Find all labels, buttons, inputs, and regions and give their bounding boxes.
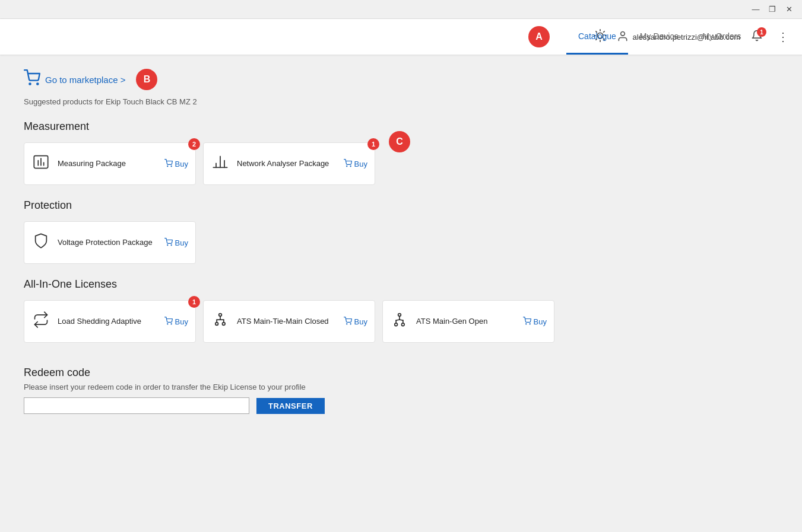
loop-icon	[31, 311, 50, 332]
header: A Catalogue My Device My Orders	[0, 19, 802, 55]
notification-badge: 1	[757, 27, 766, 37]
ats-main-tie-main-closed-card[interactable]: ATS Main-Tie-Main Closed Buy	[203, 300, 375, 343]
minimize-button[interactable]: —	[747, 1, 764, 18]
measuring-package-badge: 2	[188, 138, 200, 150]
load-shedding-buy-button[interactable]: Buy	[164, 317, 188, 327]
main-content: Go to marketplace > B Suggested products…	[0, 55, 802, 532]
redeem-section: Redeem code Please insert your redeem co…	[24, 367, 778, 414]
load-shedding-adaptive-label: Load Shedding Adaptive	[58, 317, 164, 327]
protection-heading: Protection	[24, 199, 778, 212]
svg-point-17	[171, 165, 172, 166]
load-shedding-buy-label: Buy	[175, 317, 188, 326]
measure-icon	[31, 154, 50, 174]
network-analyser-buy-button[interactable]: Buy	[344, 159, 367, 169]
marker-c: C	[389, 131, 410, 152]
cart-icon	[24, 69, 40, 90]
cart-small-icon	[164, 159, 173, 169]
ats-main-gen-buy-label: Buy	[534, 317, 547, 326]
transfer-button[interactable]: TRANSFER	[256, 398, 325, 414]
network-analyser-package-card[interactable]: 1 C Network Analyser Package Bu	[203, 142, 375, 185]
all-in-one-heading: All-In-One Licenses	[24, 278, 778, 291]
marketplace-link[interactable]: Go to marketplace >	[24, 69, 125, 90]
svg-point-16	[167, 165, 167, 166]
cart-small-icon-2	[344, 159, 352, 169]
voltage-protection-buy-button[interactable]: Buy	[164, 238, 188, 248]
more-options-button[interactable]: ⋮	[774, 27, 793, 46]
svg-line-43	[396, 320, 400, 320]
maximize-button[interactable]: ❐	[764, 1, 781, 18]
load-shedding-adaptive-card[interactable]: 1 Load Shedding Adaptive Buy	[24, 300, 196, 343]
ats-main-gen-buy-button[interactable]: Buy	[523, 317, 547, 327]
cart-small-icon-4	[164, 317, 173, 327]
svg-point-24	[167, 244, 167, 245]
network-analyser-badge: 1	[367, 138, 379, 150]
voltage-protection-buy-label: Buy	[175, 238, 188, 247]
more-icon: ⋮	[777, 30, 789, 44]
redeem-heading: Redeem code	[24, 367, 778, 379]
svg-point-23	[350, 165, 351, 166]
redeem-row: TRANSFER	[24, 397, 778, 414]
svg-point-11	[37, 83, 38, 84]
ats-main-gen-open-label: ATS Main-Gen Open	[416, 317, 523, 327]
svg-point-10	[29, 83, 30, 84]
shield-icon	[31, 232, 50, 253]
ats-main-tie-main-closed-label: ATS Main-Tie-Main Closed	[237, 317, 344, 327]
protection-cards: Voltage Protection Package Buy	[24, 221, 778, 264]
ats-gen-icon	[390, 311, 409, 332]
svg-point-26	[167, 323, 167, 324]
ats-tie-icon	[211, 311, 230, 332]
cart-small-icon-5	[344, 317, 352, 327]
voltage-protection-package-card[interactable]: Voltage Protection Package Buy	[24, 221, 196, 264]
measuring-package-card[interactable]: 2 Measuring Package Buy	[24, 142, 196, 185]
svg-point-45	[525, 323, 526, 324]
cart-small-icon-3	[164, 238, 173, 248]
cart-small-icon-6	[523, 317, 531, 327]
svg-point-22	[346, 165, 347, 166]
svg-point-36	[350, 323, 351, 324]
measuring-package-buy-button[interactable]: Buy	[164, 159, 188, 169]
svg-point-35	[346, 323, 347, 324]
svg-point-25	[171, 244, 172, 245]
ats-main-gen-open-card[interactable]: ATS Main-Gen Open Buy	[382, 300, 554, 343]
nav-tabs: Catalogue My Device My Orders	[566, 19, 753, 55]
tab-my-device[interactable]: My Device	[628, 19, 690, 55]
close-button[interactable]: ✕	[781, 1, 797, 18]
tab-catalogue[interactable]: Catalogue	[566, 19, 628, 55]
notification-button[interactable]: 1	[747, 27, 766, 46]
marketplace-link-row: Go to marketplace > B	[24, 69, 778, 90]
redeem-input[interactable]	[24, 397, 249, 414]
network-analyser-package-label: Network Analyser Package	[237, 159, 344, 169]
ats-main-tie-buy-label: Buy	[354, 317, 367, 326]
chart-icon	[211, 154, 230, 174]
titlebar: — ❐ ✕	[0, 0, 802, 19]
marker-a: A	[528, 26, 550, 47]
all-in-one-cards: 1 Load Shedding Adaptive Buy	[24, 300, 778, 343]
ats-main-tie-buy-button[interactable]: Buy	[344, 317, 367, 327]
suggested-text: Suggested products for Ekip Touch Black …	[24, 97, 778, 106]
tab-my-orders[interactable]: My Orders	[690, 19, 753, 55]
marketplace-link-text: Go to marketplace >	[45, 75, 125, 85]
svg-point-27	[171, 323, 172, 324]
measuring-package-label: Measuring Package	[58, 159, 164, 169]
redeem-description: Please insert your redeem code in order …	[24, 383, 778, 391]
measuring-package-buy-label: Buy	[175, 160, 188, 168]
network-analyser-buy-label: Buy	[354, 160, 367, 168]
svg-point-46	[530, 323, 530, 324]
voltage-protection-package-label: Voltage Protection Package	[58, 238, 164, 248]
svg-line-44	[400, 320, 403, 320]
load-shedding-badge: 1	[188, 296, 200, 308]
marker-b: B	[136, 69, 157, 90]
measurement-cards: 2 Measuring Package Buy	[24, 142, 778, 185]
